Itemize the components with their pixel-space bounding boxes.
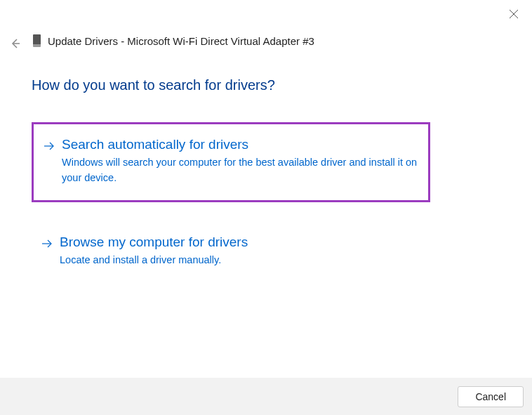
option-description: Locate and install a driver manually. (60, 253, 420, 268)
dialog-title: Update Drivers - Microsoft Wi-Fi Direct … (48, 35, 314, 47)
option-browse-computer[interactable]: Browse my computer for drivers Locate an… (32, 222, 430, 282)
arrow-right-icon (41, 238, 53, 249)
cancel-button[interactable]: Cancel (458, 386, 524, 407)
back-arrow-icon (8, 37, 21, 50)
option-description: Windows will search your computer for th… (62, 155, 418, 186)
close-button[interactable] (508, 8, 519, 20)
device-icon (33, 34, 41, 47)
dialog-footer: Cancel (0, 378, 532, 415)
close-icon (508, 8, 519, 20)
back-button[interactable] (8, 37, 21, 50)
option-title: Search automatically for drivers (62, 137, 418, 152)
dialog-header: Update Drivers - Microsoft Wi-Fi Direct … (33, 34, 314, 47)
option-title: Browse my computer for drivers (60, 235, 420, 250)
question-heading: How do you want to search for drivers? (32, 77, 275, 93)
option-search-automatically[interactable]: Search automatically for drivers Windows… (32, 122, 430, 202)
arrow-right-icon (44, 140, 55, 152)
